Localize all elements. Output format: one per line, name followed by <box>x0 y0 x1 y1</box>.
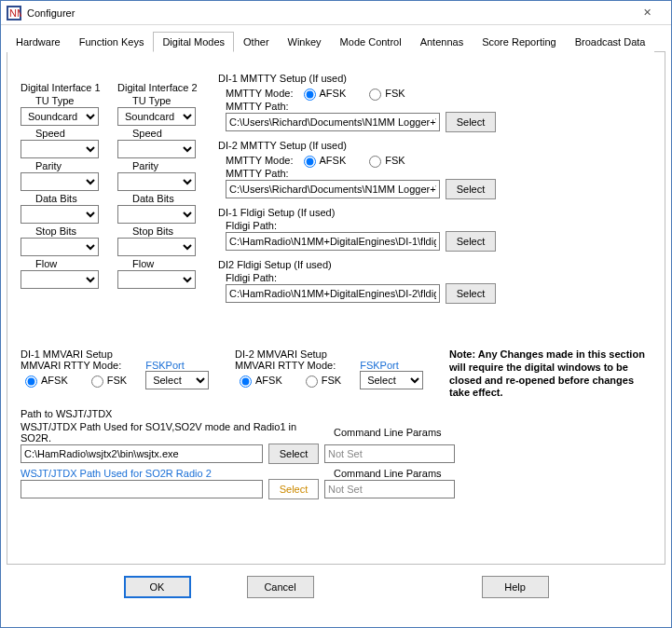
di2-mmvari-fskport-select[interactable]: Select <box>360 371 423 389</box>
di1-databits-label: Data Bits <box>35 193 114 204</box>
di1-parity-label: Parity <box>35 160 114 171</box>
di2-fldigi-title: DI2 Fldigi Setup (If used) <box>218 259 610 270</box>
ok-button[interactable]: OK <box>124 576 191 598</box>
di2-tutype-select[interactable]: Soundcard <box>117 107 196 126</box>
di1-speed-label: Speed <box>35 128 114 139</box>
tab-winkey[interactable]: Winkey <box>279 32 331 52</box>
tab-digital-modes[interactable]: Digital Modes <box>153 32 234 52</box>
di2-fldigi-path-label: Fldigi Path: <box>226 272 610 283</box>
changes-note: Note: Any Changes made in this section w… <box>449 348 645 400</box>
di2-mmtty-afsk-radio[interactable]: AFSK <box>299 153 347 168</box>
window-title: Configurer <box>27 7 628 19</box>
di2-mmtty-fsk-radio[interactable]: FSK <box>364 153 405 168</box>
di1-fskport-label: FSKPort <box>145 360 185 371</box>
tab-other[interactable]: Other <box>234 32 279 52</box>
tab-broadcast-data[interactable]: Broadcast Data <box>566 32 655 52</box>
di1-fldigi-title: DI-1 Fldigi Setup (If used) <box>218 207 610 218</box>
di1-mmtty-path-input[interactable] <box>226 113 440 131</box>
di2-fldigi-select-button[interactable]: Select <box>446 283 496 304</box>
di1-flow-label: Flow <box>35 258 114 269</box>
di2-tutype-label: TU Type <box>132 95 211 106</box>
di2-fldigi-path-input[interactable] <box>226 284 440 303</box>
di1-mmvari-title: DI-1 MMVARI Setup <box>21 348 216 360</box>
tab-score-reporting[interactable]: Score Reporting <box>473 32 566 52</box>
tab-function-keys[interactable]: Function Keys <box>70 32 154 52</box>
di1-fldigi-path-input[interactable] <box>226 232 440 251</box>
di1-mmtty-fsk-radio[interactable]: FSK <box>364 86 405 101</box>
di1-databits-select[interactable] <box>21 205 99 224</box>
di2-mmtty-mode-label: MMTTY Mode: <box>226 155 294 166</box>
di1-fldigi-select-button[interactable]: Select <box>446 231 496 252</box>
di2-mmtty-path-label: MMTTY Path: <box>226 168 610 179</box>
di2-stopbits-select[interactable] <box>117 238 196 256</box>
di1-mmtty-mode-label: MMTTY Mode: <box>226 88 294 99</box>
di1-mmvari-mode-label: MMVARI RTTY Mode: <box>21 360 121 371</box>
di2-databits-label: Data Bits <box>132 193 211 204</box>
di1-mmtty-path-label: MMTTY Path: <box>226 101 610 112</box>
wsjt-path2-select-button[interactable]: Select <box>268 479 319 499</box>
di2-speed-label: Speed <box>132 128 211 139</box>
di2-flow-label: Flow <box>132 258 211 269</box>
wsjt-path1-select-button[interactable]: Select <box>268 444 319 464</box>
di1-stopbits-label: Stop Bits <box>35 225 114 237</box>
di2-mmtty-title: DI-2 MMTTY Setup (If used) <box>218 140 610 151</box>
help-button[interactable]: Help <box>482 576 549 598</box>
di1-label: Digital Interface 1 <box>21 82 114 93</box>
wsjt-cmdline1-input[interactable] <box>324 444 455 463</box>
di2-mmvari-title: DI-2 MMVARI Setup <box>235 348 431 360</box>
di2-parity-label: Parity <box>132 160 211 171</box>
tab-hardware[interactable]: Hardware <box>7 32 70 52</box>
wsjt-cmdline2-input[interactable] <box>324 480 455 498</box>
close-icon[interactable]: ✕ <box>628 7 665 19</box>
di1-fldigi-path-label: Fldigi Path: <box>226 220 610 231</box>
di1-stopbits-select[interactable] <box>21 238 99 256</box>
di2-databits-select[interactable] <box>117 205 196 224</box>
di2-parity-select[interactable] <box>117 172 196 191</box>
di1-mmtty-select-button[interactable]: Select <box>446 112 496 132</box>
di1-mmtty-title: DI-1 MMTTY Setup (If used) <box>218 73 610 84</box>
wsjt-path2-input[interactable] <box>21 480 263 498</box>
di2-stopbits-label: Stop Bits <box>132 225 211 237</box>
di2-mmtty-select-button[interactable]: Select <box>446 179 496 199</box>
tab-bar: Hardware Function Keys Digital Modes Oth… <box>7 31 665 52</box>
wsjt-path1-label: WSJT/JTDX Path Used for SO1V,SO2V mode a… <box>21 421 328 444</box>
di1-mmvari-fsk-radio[interactable]: FSK <box>87 373 127 388</box>
di1-speed-select[interactable] <box>21 140 99 158</box>
wsjt-path1-input[interactable] <box>21 444 263 463</box>
di2-label: Digital Interface 2 <box>117 82 211 93</box>
di1-flow-select[interactable] <box>21 270 99 289</box>
wsjt-cmdline2-label: Command Line Params <box>334 468 442 479</box>
cancel-button[interactable]: Cancel <box>247 576 314 598</box>
svg-text:NM: NM <box>9 7 21 19</box>
wsjt-group-label: Path to WSJT/JTDX <box>21 408 645 419</box>
di2-mmvari-mode-label: MMVARI RTTY Mode: <box>235 360 336 371</box>
app-icon: NM <box>7 6 21 20</box>
tab-mode-control[interactable]: Mode Control <box>331 32 411 52</box>
wsjt-path2-label: WSJT/JTDX Path Used for SO2R Radio 2 <box>21 468 328 479</box>
di2-mmtty-path-input[interactable] <box>226 180 440 198</box>
di1-tutype-label: TU Type <box>35 95 114 106</box>
di2-mmvari-afsk-radio[interactable]: AFSK <box>235 373 282 388</box>
di1-mmvari-fskport-select[interactable]: Select <box>145 371 209 389</box>
di1-tutype-select[interactable]: Soundcard <box>21 107 99 126</box>
di2-flow-select[interactable] <box>117 270 196 289</box>
di2-fskport-label: FSKPort <box>360 360 399 371</box>
di2-speed-select[interactable] <box>117 140 196 158</box>
di1-mmtty-afsk-radio[interactable]: AFSK <box>299 86 347 101</box>
tab-antennas[interactable]: Antennas <box>411 32 473 52</box>
di2-mmvari-fsk-radio[interactable]: FSK <box>301 373 341 388</box>
di1-parity-select[interactable] <box>21 172 99 191</box>
di1-mmvari-afsk-radio[interactable]: AFSK <box>21 373 68 388</box>
wsjt-cmdline-label: Command Line Params <box>334 427 442 438</box>
